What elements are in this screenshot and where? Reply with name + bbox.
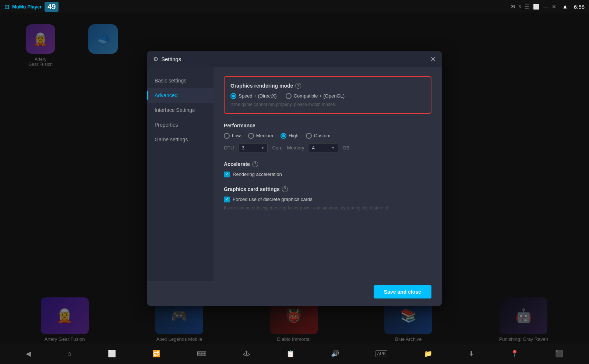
memory-select-arrow: ▼	[331, 146, 335, 150]
dialog-body: Basic settings Advanced Interface Settin…	[147, 67, 442, 281]
radio-speed-label: Speed + (DirectX)	[239, 93, 277, 99]
radio-custom-label: Custom	[314, 133, 331, 138]
performance-section: Performance Low Medium Hig	[224, 123, 431, 152]
dialog-title-left: ⚙ Settings	[153, 56, 181, 63]
radio-low[interactable]: Low	[224, 133, 241, 139]
radio-low-label: Low	[232, 133, 241, 138]
taskbar-location-icon[interactable]: 📍	[511, 350, 519, 358]
radio-speed[interactable]: Speed + (DirectX)	[230, 93, 277, 99]
radio-speed-circle	[230, 93, 236, 99]
radio-low-circle	[224, 133, 230, 139]
performance-radios: Low Medium High Custom	[224, 133, 431, 139]
radio-high-circle	[281, 133, 286, 139]
rendering-acceleration-check: ✓	[225, 172, 229, 177]
accelerate-title: Accelerate ?	[224, 161, 431, 167]
performance-title-text: Performance	[224, 123, 255, 128]
dialog-title-text: Settings	[161, 56, 181, 62]
rendering-acceleration-label: Rendering acceleration	[233, 172, 282, 177]
wifi-icon: ▲	[562, 3, 568, 10]
dialog-titlebar: ⚙ Settings ✕	[147, 51, 442, 67]
accelerate-section: Accelerate ? ✓ Rendering acceleration	[224, 161, 431, 177]
sidebar-item-properties[interactable]: Properties	[147, 117, 214, 132]
cpu-label: CPU	[224, 145, 234, 151]
settings-sidebar: Basic settings Advanced Interface Settin…	[147, 67, 214, 281]
gpu-help-icon[interactable]: ?	[282, 186, 288, 192]
gpu-title: Graphics card settings ?	[224, 186, 431, 192]
taskbar-home-icon[interactable]: ⌂	[67, 350, 71, 358]
sidebar-item-advanced[interactable]: Advanced	[147, 88, 214, 103]
taskbar-keyboard-icon[interactable]: ⌨	[197, 350, 207, 358]
taskbar-volume-icon[interactable]: 🔊	[331, 350, 339, 358]
topbar-right: ✉ 3 ☰ ⬜ — ✕ ▲ 6:58	[511, 3, 585, 10]
radio-medium-circle	[248, 133, 254, 139]
topbar-left: ⊞ MuMu Player 49	[4, 2, 59, 12]
taskbar-screen-icon[interactable]: ⬜	[108, 350, 116, 358]
taskbar-clipboard-icon[interactable]: 📋	[286, 350, 294, 358]
sidebar-item-basic[interactable]: Basic settings	[147, 73, 214, 88]
taskbar: ◀ ⌂ ⬜ 🔁 ⌨ 🕹 📋 🔊 APK 📁 ⬇ 📍 ⬛	[0, 343, 589, 364]
performance-title: Performance	[224, 123, 431, 128]
close-window-icon[interactable]: ✕	[552, 4, 556, 10]
taskbar-more-icon[interactable]: ⬛	[555, 350, 563, 358]
cpu-select-arrow: ▼	[261, 146, 265, 150]
rendering-mode-radio-group: Speed + (DirectX) Compatible + (OpenGL)	[230, 93, 425, 99]
gb-label: GB	[343, 145, 350, 151]
accelerate-help-icon[interactable]: ?	[252, 161, 258, 167]
discrete-gpu-item[interactable]: ✓ Forced use of discrete graphics cards	[224, 197, 431, 202]
memory-select[interactable]: 4 ▼	[309, 143, 338, 152]
app-name: MuMu Player	[12, 4, 42, 10]
taskbar-rotate-icon[interactable]: 🔁	[152, 350, 161, 358]
gpu-title-text: Graphics card settings	[224, 186, 280, 192]
rendering-mode-hint: If the game cannot run properly, please …	[230, 102, 425, 107]
save-close-button[interactable]: Save and close	[374, 285, 431, 298]
memory-label: Memory	[287, 145, 304, 151]
radio-high[interactable]: High	[281, 133, 299, 139]
discrete-gpu-label: Forced use of discrete graphics cards	[233, 197, 313, 202]
taskbar-download-icon[interactable]: ⬇	[469, 350, 474, 358]
accelerate-title-text: Accelerate	[224, 161, 250, 167]
topbar-icons: ✉ 3 ☰ ⬜ — ✕	[511, 4, 556, 10]
radio-medium[interactable]: Medium	[248, 133, 273, 139]
clock: 6:58	[574, 4, 585, 10]
radio-medium-label: Medium	[256, 133, 273, 138]
taskbar-back-icon[interactable]: ◀	[26, 350, 31, 358]
radio-high-label: High	[289, 133, 299, 138]
core-label: Core	[272, 145, 282, 151]
menu-icon[interactable]: ☰	[525, 4, 529, 10]
cpu-memory-row: CPU 3 ▼ Core Memory 4 ▼ GB	[224, 143, 431, 152]
badge-number: 49	[45, 2, 59, 12]
rendering-mode-title: Graphics rendering mode ?	[230, 83, 425, 89]
discrete-gpu-check: ✓	[225, 197, 229, 202]
topbar: ⊞ MuMu Player 49 ✉ 3 ☰ ⬜ — ✕ ▲ 6:58	[0, 0, 589, 13]
sidebar-item-interface[interactable]: Interface Settings	[147, 103, 214, 117]
radio-custom[interactable]: Custom	[306, 133, 331, 139]
sidebar-item-game[interactable]: Game settings	[147, 132, 214, 147]
gpu-warning-text: If your computer is experiencing faster …	[224, 205, 431, 211]
settings-content: Graphics rendering mode ? Speed + (Direc…	[214, 67, 442, 281]
radio-compatible-label: Compatible + (OpenGL)	[294, 93, 345, 99]
modal-overlay: ⚙ Settings ✕ Basic settings Advanced Int…	[0, 13, 589, 343]
dialog-footer: Save and close	[147, 281, 442, 306]
rendering-mode-box: Graphics rendering mode ? Speed + (Direc…	[224, 76, 431, 114]
topbar-notification-count: 3	[519, 4, 521, 9]
dialog-close-button[interactable]: ✕	[430, 56, 436, 63]
mail-icon[interactable]: ✉	[511, 4, 515, 10]
cpu-value: 3	[241, 145, 244, 151]
memory-value: 4	[312, 145, 315, 151]
taskbar-gamepad-icon[interactable]: 🕹	[243, 350, 250, 358]
radio-custom-circle	[306, 133, 312, 139]
taskbar-apk-icon[interactable]: APK	[375, 350, 387, 357]
radio-compatible-circle	[286, 93, 292, 99]
rendering-acceleration-item[interactable]: ✓ Rendering acceleration	[224, 172, 431, 177]
taskbar-folder-icon[interactable]: 📁	[424, 350, 432, 358]
radio-compatible[interactable]: Compatible + (OpenGL)	[286, 93, 345, 99]
minimize-icon[interactable]: —	[543, 4, 548, 10]
resize-icon[interactable]: ⬜	[533, 4, 539, 10]
cpu-select[interactable]: 3 ▼	[238, 143, 268, 152]
rendering-mode-help-icon[interactable]: ?	[295, 83, 301, 89]
rendering-mode-title-text: Graphics rendering mode	[230, 83, 293, 89]
app-logo-icon: ⊞	[4, 3, 9, 10]
discrete-gpu-checkbox[interactable]: ✓	[224, 197, 230, 202]
rendering-acceleration-checkbox[interactable]: ✓	[224, 172, 230, 177]
settings-title-icon: ⚙	[153, 56, 158, 63]
